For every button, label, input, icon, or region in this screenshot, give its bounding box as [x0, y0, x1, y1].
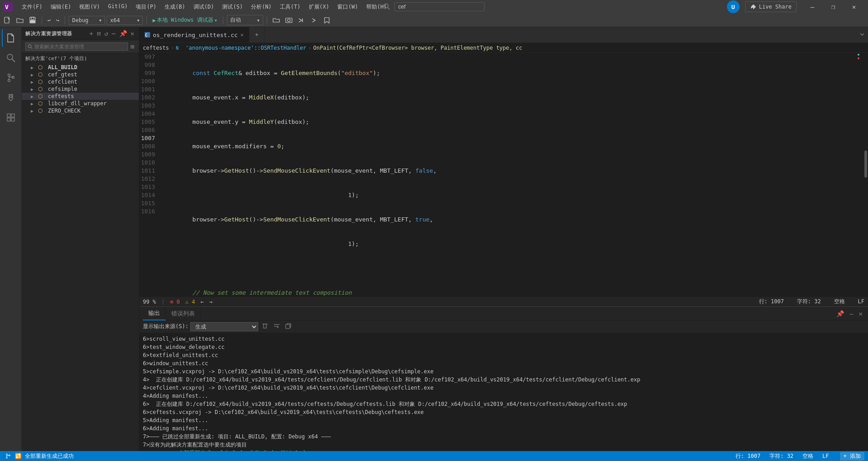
output-content[interactable]: 6>scroll_view_unittest.cc 6>test_window_…	[139, 333, 868, 451]
menu-debug[interactable]: 调试(D)	[190, 2, 218, 12]
sidebar-item-zero-check[interactable]: ▶ ⬡ ZERO_CHECK	[22, 107, 139, 114]
breadcrumb-anonymous[interactable]: N 'anonymous-namespace'::OSRTestHandler	[176, 45, 307, 51]
menu-extensions[interactable]: 扩展(X)	[305, 2, 333, 12]
tab-output[interactable]: 输出	[143, 307, 166, 320]
code-line-999: mouse_event.y = MiddleY(editbox);	[164, 118, 855, 126]
save-button[interactable]	[27, 16, 38, 25]
user-avatar[interactable]: U	[727, 0, 740, 13]
menu-test[interactable]: 测试(S)	[218, 2, 246, 12]
sidebar-item-cefclient[interactable]: ▶ ⬡ cefclient	[22, 78, 139, 85]
close-button[interactable]: ✕	[844, 0, 864, 14]
line-num-1006: 1006	[139, 126, 159, 134]
project-icon: ⬡	[38, 79, 46, 85]
sidebar-close-icon[interactable]: ✕	[130, 29, 135, 38]
warning-count[interactable]: ⚠ 4	[185, 299, 195, 305]
code-line-1001: browser->GetHost()->SendMouseClickEvent(…	[164, 167, 855, 175]
tab-add[interactable]: +	[250, 27, 264, 42]
menu-analyze[interactable]: 分析(N)	[247, 2, 275, 12]
sidebar-item-all-build[interactable]: ▶ ⬡ ALL_BUILD	[22, 64, 139, 71]
sidebar-item-label: cef_gtest	[48, 71, 77, 78]
config-dropdown[interactable]: Debug ▾	[69, 16, 105, 25]
sidebar-pin-icon[interactable]: 📌	[118, 29, 128, 38]
toolbar-icon-1[interactable]	[271, 16, 282, 25]
sidebar-new-file-icon[interactable]: +	[89, 29, 94, 38]
panel-copy-button[interactable]	[283, 322, 293, 331]
redo-button[interactable]: ↪	[54, 16, 61, 24]
panel-wrap-button[interactable]	[272, 322, 282, 331]
menu-tools[interactable]: 工具(T)	[276, 2, 304, 12]
status-encoding[interactable]: LF	[821, 453, 830, 459]
error-count[interactable]: ⊗ 0	[170, 299, 180, 305]
activity-explorer[interactable]	[2, 29, 20, 47]
editor-scrollbar[interactable]	[862, 53, 868, 296]
status-separator: |	[161, 299, 165, 305]
output-line-3: 6>textfield_unittest.cc	[143, 351, 864, 359]
live-share-icon	[750, 4, 756, 10]
sidebar-item-cefsimple[interactable]: ▶ ⬡ cefsimple	[22, 85, 139, 93]
platform-dropdown[interactable]: x64 ▾	[107, 16, 143, 25]
sidebar-item-ceftests[interactable]: ▶ ⬡ ceftests	[22, 93, 139, 100]
breadcrumb-method[interactable]: OnPaint(CefRefPtr<CefBrowser> browser, P…	[313, 45, 522, 51]
menu-project[interactable]: 项目(P)	[132, 2, 160, 12]
svg-text:N: N	[176, 46, 179, 51]
sidebar-more-icon[interactable]: ⋯	[111, 29, 116, 38]
status-git-branch[interactable]: 🔁 全部重新生成已成功	[4, 452, 75, 460]
toolbar-icon-4[interactable]	[309, 16, 320, 25]
panel-clear-button[interactable]	[260, 322, 270, 331]
status-line-col[interactable]: 行: 1007	[734, 452, 762, 460]
line-col-info[interactable]: 行: 1007 字符: 32 空格 LF	[759, 298, 864, 306]
sidebar-search-input[interactable]	[34, 44, 125, 49]
status-char[interactable]: 字符: 32	[768, 452, 795, 460]
activity-extensions[interactable]	[2, 108, 20, 127]
menu-file[interactable]: 文件(F)	[18, 2, 46, 12]
live-share-button[interactable]: Live Share	[745, 1, 797, 12]
auto-dropdown[interactable]: 自动 ▾	[227, 15, 263, 25]
output-source-select[interactable]: 生成	[190, 322, 258, 331]
indicator-dot-1	[858, 54, 859, 56]
breadcrumb-file-selector[interactable]: ceftests	[143, 45, 169, 51]
nav-forward-icon[interactable]: →	[209, 299, 212, 305]
line-num-1009: 1009	[139, 151, 159, 159]
run-button[interactable]: ▶ 本地 Windows 调试器 ▾	[151, 15, 219, 25]
sidebar-refresh-icon[interactable]: ↺	[104, 29, 109, 38]
sidebar-item-libcef[interactable]: ▶ ⬡ libcef_dll_wrapper	[22, 100, 139, 107]
tab-os-rendering[interactable]: C os_rendering_unittest.cc ✕	[139, 27, 250, 42]
status-add-button[interactable]: + 添加	[840, 452, 864, 461]
tab-errors[interactable]: 错误列表	[166, 307, 201, 320]
toolbar-icon-3[interactable]	[296, 16, 307, 25]
panel-pin-button[interactable]: 📌	[835, 309, 846, 318]
restore-button[interactable]: ❐	[823, 0, 844, 14]
new-file-button[interactable]	[2, 16, 13, 25]
sidebar-search-filter-icon[interactable]: ⊞	[130, 42, 135, 51]
nav-back-icon[interactable]: ←	[201, 299, 204, 305]
sidebar-item-cef-gtest[interactable]: ▶ ⬡ cef_gtest	[22, 71, 139, 78]
menu-window[interactable]: 窗口(W)	[334, 2, 362, 12]
menu-build[interactable]: 生成(B)	[161, 2, 189, 12]
status-spaces[interactable]: 空格	[801, 452, 815, 460]
collapse-icon: ▶	[31, 87, 38, 92]
panel-minimize-button[interactable]: —	[848, 309, 855, 318]
toolbar-bookmark-icon[interactable]	[321, 16, 332, 25]
zoom-level[interactable]: 99 %	[143, 299, 156, 305]
tab-scroll-btn[interactable]	[856, 27, 868, 42]
sidebar-header-icons: + ⊟ ↺ ⋯ 📌 ✕	[89, 29, 135, 38]
panel-close-button[interactable]: ✕	[857, 309, 864, 318]
activity-search[interactable]	[2, 49, 20, 67]
minimize-button[interactable]: —	[802, 0, 823, 14]
activity-source-control[interactable]	[2, 69, 20, 87]
output-line-1: 6>scroll_view_unittest.cc	[143, 335, 864, 343]
menu-git[interactable]: Git(G)	[104, 2, 131, 12]
sidebar-search-box[interactable]	[25, 42, 128, 51]
undo-button[interactable]: ↩	[46, 16, 52, 24]
search-input[interactable]	[394, 2, 485, 11]
open-folder-button[interactable]	[14, 16, 25, 25]
menu-view[interactable]: 视图(V)	[75, 2, 104, 12]
activity-debug[interactable]	[2, 89, 20, 107]
toolbar-icon-2[interactable]	[283, 16, 294, 25]
scrollbar-thumb[interactable]	[864, 151, 867, 178]
sidebar-collapse-icon[interactable]: ⊟	[96, 29, 101, 38]
code-content[interactable]: const CefRect& editbox = GetElementBound…	[164, 53, 855, 296]
tab-close-icon[interactable]: ✕	[241, 32, 244, 38]
menu-edit[interactable]: 编辑(E)	[47, 2, 75, 12]
platform-chevron-icon: ▾	[137, 17, 140, 24]
